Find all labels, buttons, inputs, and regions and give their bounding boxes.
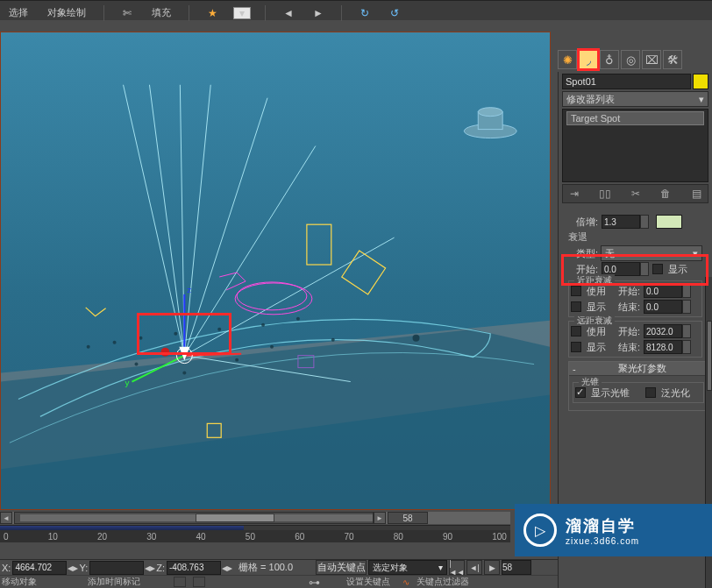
near-use-checkbox[interactable] [571,286,581,296]
lock-icon[interactable] [174,577,186,587]
highlight-multiplier [561,254,708,286]
highlight-selection [137,313,231,355]
next-icon[interactable]: ► [310,6,327,20]
time-slider-handle[interactable] [196,514,274,522]
ruler-tick: 0 [4,532,9,542]
modifier-list-dropdown[interactable]: 修改器列表▾ [562,91,708,107]
far-end-field[interactable] [644,340,682,354]
modify-panel-icon[interactable]: ◞ [579,50,598,69]
show-end-result-icon[interactable]: ▯▯ [597,187,613,201]
make-unique-icon[interactable]: ✂ [628,187,644,201]
overshoot-checkbox[interactable] [645,387,656,398]
remove-mod-icon[interactable]: 🗑 [658,187,673,201]
svg-text:z: z [187,285,191,294]
near-show-checkbox[interactable] [571,301,581,312]
svg-point-36 [413,335,420,342]
goto-start-icon[interactable]: |◄◄ [449,560,465,575]
cone-group: 光锥 显示光锥 泛光化 [573,382,704,403]
spinner-icon[interactable] [640,215,649,229]
y-label: Y: [79,563,88,573]
paintbucket-icon[interactable]: ★ [203,6,221,20]
spinner-icon[interactable]: ◂▸ [68,561,77,575]
status-move-object: 移动对象 [2,576,37,588]
tag-icon[interactable] [193,577,205,587]
play-icon[interactable]: ▶ [484,560,500,575]
hierarchy-panel-icon[interactable]: ♁ [600,50,619,69]
far-use-checkbox[interactable] [571,326,581,337]
x-field[interactable] [12,561,67,575]
far-atten-title: 远距衰减 [574,315,615,327]
timeline-prev-icon[interactable]: ◄ [0,512,12,524]
ruler-tick: 30 [146,532,156,542]
ruler-tick: 60 [295,532,304,542]
tab-object-paint[interactable]: 对象绘制 [44,5,89,20]
toolbar-swatch[interactable]: ▾ [233,7,251,19]
svg-point-33 [235,358,239,362]
prev-frame-icon[interactable]: ◄| [466,560,482,575]
motion-panel-icon[interactable]: ◎ [621,50,640,69]
modifier-stack[interactable]: Target Spot [562,109,708,182]
svg-point-30 [296,317,300,321]
grid-readout: 栅格 = 100.0 [239,561,293,574]
spinner-icon[interactable]: ◂▸ [223,561,231,575]
svg-point-31 [331,338,335,342]
far-show-checkbox[interactable] [571,342,581,352]
watermark: ▷ 溜溜自学 zixue.3d66.com [515,504,712,556]
z-label: Z: [156,563,165,573]
top-toolbar: 选择 对象绘制 ✄ 填充 ★ ▾ ◄ ► ↻ ↺ [0,5,712,20]
z-field[interactable] [167,561,221,575]
ruler-tick: 10 [48,532,58,542]
spinner-icon[interactable] [682,300,691,314]
svg-point-25 [113,341,117,344]
autokey-button[interactable]: 自动关键点 [316,560,367,575]
near-start-field[interactable] [644,284,682,298]
far-start-field[interactable] [644,324,682,338]
undo-icon[interactable]: ↺ [386,6,403,20]
ruler-tick: 100 [492,532,507,542]
key-filter-select[interactable]: 选定对象▾ [368,560,447,575]
ruler-tick: 70 [344,532,353,542]
near-end-field[interactable] [644,300,682,314]
tab-select[interactable]: 选择 [5,5,32,20]
cut-icon[interactable]: ✄ [118,6,136,20]
key-icon: ⊶ [309,576,322,589]
create-panel-icon[interactable]: ✺ [558,50,577,69]
spinner-icon[interactable] [682,324,691,338]
configure-sets-icon[interactable]: ▤ [688,187,704,201]
svg-text:y: y [125,378,130,387]
ruler-tick: 40 [196,532,206,542]
svg-point-32 [270,345,274,349]
current-frame-field[interactable] [502,560,531,575]
object-color-swatch[interactable] [693,74,708,89]
pin-stack-icon[interactable]: ⇥ [566,187,582,201]
ruler-tick: 80 [394,532,403,542]
svg-point-24 [87,345,90,349]
decay-label: 衰退 [568,231,587,244]
y-field[interactable] [89,561,144,575]
modstack-item[interactable]: Target Spot [566,111,704,125]
timeline-next-icon[interactable]: ► [374,512,386,524]
near-atten-group: 近距衰减 使用 开始: 显示 结束: [568,280,702,317]
spinner-icon[interactable] [682,340,691,354]
svg-point-39 [478,108,502,117]
time-slider[interactable]: 58 / 100 [14,512,374,524]
object-name-field[interactable] [562,74,691,89]
spinner-icon[interactable] [682,284,691,298]
display-panel-icon[interactable]: ⌧ [642,50,661,69]
ruler-tick: 50 [246,532,255,542]
trackbar[interactable]: 0 10 20 30 40 50 60 70 80 90 100 [0,525,510,544]
multiplier-field[interactable] [602,215,640,229]
modifier-stack-toolbar: ⇥ ▯▯ ✂ 🗑 ▤ [562,184,708,203]
svg-point-35 [135,363,139,366]
viewport[interactable]: z y [0,32,551,510]
utilities-panel-icon[interactable]: 🛠 [663,50,682,69]
show-cone-checkbox[interactable] [575,387,586,398]
light-color-swatch[interactable] [656,215,682,229]
x-label: X: [2,563,11,573]
prev-icon[interactable]: ◄ [280,6,297,20]
status-key-filter: 关键点过滤器 [417,576,469,588]
watermark-play-icon: ▷ [523,514,557,547]
tab-fill[interactable]: 填充 [148,5,174,20]
redo-icon[interactable]: ↻ [356,6,374,20]
spinner-icon[interactable]: ◂▸ [146,561,154,575]
